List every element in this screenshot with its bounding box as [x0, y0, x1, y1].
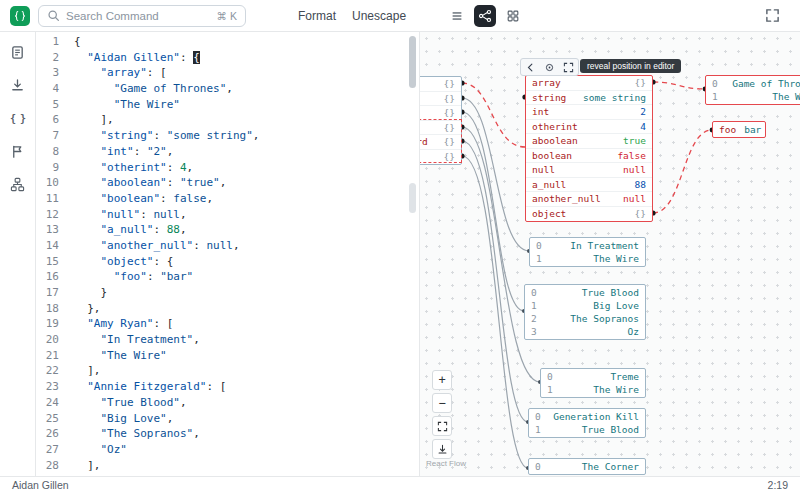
code-line[interactable]: "Big Love",	[74, 411, 419, 427]
code-line[interactable]: "In Treatment",	[74, 332, 419, 348]
search-icon	[47, 9, 60, 22]
node-row[interactable]: abooleantrue	[526, 134, 652, 149]
code-line[interactable]: "aboolean": "true",	[74, 175, 419, 191]
code-line[interactable]: "True Blood",	[74, 395, 419, 411]
code-line[interactable]: "The Wire"	[74, 97, 419, 113]
format-button[interactable]: Format	[294, 5, 340, 27]
node-row[interactable]: Amy Ryan{}	[420, 92, 461, 107]
download-icon	[10, 78, 25, 93]
app-logo-icon[interactable]	[10, 6, 30, 26]
fit-view-icon	[437, 421, 448, 432]
search-input[interactable]: Search Command ⌘ K	[38, 5, 246, 27]
download-json-button[interactable]	[6, 73, 30, 97]
code-line[interactable]: "string": "some string",	[74, 128, 419, 144]
node-row[interactable]: Alexander Skarsgard{}	[420, 135, 461, 150]
node-item-row[interactable]: 1Big Love	[525, 299, 645, 312]
code-line[interactable]: ],	[74, 363, 419, 379]
grid-view-button[interactable]	[502, 5, 524, 27]
node-row[interactable]: booleanfalse	[526, 149, 652, 164]
code-line[interactable]: "Aidan Gillen": {	[74, 50, 419, 66]
graph-view-button[interactable]	[474, 5, 496, 27]
node-item-row[interactable]: 2The Sopranos	[525, 312, 645, 325]
list-view-icon	[450, 9, 464, 23]
node-item-row[interactable]: 1True Blood	[529, 423, 645, 436]
fit-view-button[interactable]	[432, 416, 452, 436]
graph-node-root[interactable]: Aidan Gillen{}Amy Ryan{}Annie Fitzgerald…	[420, 76, 462, 165]
code-line[interactable]: "Game of Thrones",	[74, 81, 419, 97]
node-row[interactable]: Anwan Glover{}	[420, 121, 461, 136]
code-line[interactable]: "array": [	[74, 65, 419, 81]
node-item-row[interactable]: 3Oz	[525, 325, 645, 338]
back-icon[interactable]	[522, 60, 539, 74]
code-line[interactable]: "otherint": 4,	[74, 160, 419, 176]
file-panel-button[interactable]	[6, 40, 30, 64]
reactflow-attribution[interactable]: React Flow	[426, 459, 466, 468]
code-line[interactable]: "Annie Fitzgerald": [	[74, 379, 419, 395]
node-row[interactable]: Clarke Peters{}	[420, 150, 461, 165]
line-number: 11	[36, 191, 59, 207]
rules-button[interactable]	[6, 139, 30, 163]
code-line[interactable]: ],	[74, 458, 419, 474]
line-number: 1	[36, 34, 59, 50]
line-number: 26	[36, 426, 59, 442]
graph-node-annie-fitzgerald[interactable]: 0True Blood1Big Love2The Sopranos3Oz	[524, 284, 646, 340]
fullscreen-button[interactable]	[760, 4, 784, 28]
node-row[interactable]: another_nullnull	[526, 192, 652, 207]
code-line[interactable]: "a_null": 88,	[74, 222, 419, 238]
node-row[interactable]: foobar	[713, 122, 765, 137]
focus-node-icon[interactable]	[541, 60, 558, 74]
code-line[interactable]: "another_null": null,	[74, 238, 419, 254]
node-row[interactable]: Annie Fitzgerald{}	[420, 106, 461, 121]
node-row[interactable]: otherint4	[526, 120, 652, 135]
code-line[interactable]: "int": "2",	[74, 144, 419, 160]
graph-node-clarke-peters[interactable]: 0The Corner	[528, 458, 646, 475]
code-line[interactable]: {	[74, 34, 419, 50]
json-mode-button[interactable]: { }	[6, 106, 30, 130]
node-row[interactable]: a_null88	[526, 178, 652, 193]
code-line[interactable]: "The Sopranos",	[74, 426, 419, 442]
node-item-row[interactable]: 1The Wire	[541, 383, 645, 396]
json-editor[interactable]: 1234567891011121314151617181920212223242…	[36, 32, 420, 476]
graph-node-array[interactable]: 0Game of Thrones1The Wire	[705, 75, 800, 105]
node-row[interactable]: nullnull	[526, 163, 652, 178]
tree-view-button[interactable]	[446, 5, 468, 27]
node-item-row[interactable]: 1The Wire	[530, 252, 645, 265]
node-row[interactable]: Aidan Gillen{}	[420, 77, 461, 92]
code-line[interactable]: },	[74, 301, 419, 317]
line-number: 27	[36, 442, 59, 458]
graph-node-anwan-glover[interactable]: 0Treme1The Wire	[540, 368, 646, 398]
node-item-row[interactable]: 0True Blood	[525, 286, 645, 299]
zoom-out-button[interactable]: −	[432, 393, 452, 413]
code-line[interactable]: "foo": "bar"	[74, 269, 419, 285]
graph-node-amy-ryan[interactable]: 0In Treatment1The Wire	[529, 237, 646, 267]
node-row[interactable]: int2	[526, 105, 652, 120]
code-line[interactable]: "object": {	[74, 254, 419, 270]
code-line[interactable]: }	[74, 285, 419, 301]
code-line[interactable]: "null": null,	[74, 207, 419, 223]
code-line[interactable]: ],	[74, 112, 419, 128]
node-item-row[interactable]: 0The Corner	[529, 460, 645, 473]
node-item-row[interactable]: 1The Wire	[706, 90, 800, 103]
share-button[interactable]	[6, 172, 30, 196]
graph-node-foo[interactable]: foobar	[712, 121, 766, 138]
code-line[interactable]: "Amy Ryan": [	[74, 316, 419, 332]
node-item-row[interactable]: 0In Treatment	[530, 239, 645, 252]
download-image-button[interactable]	[432, 439, 452, 459]
unescape-button[interactable]: Unescape	[348, 5, 410, 27]
node-row[interactable]: stringsome string	[526, 91, 652, 106]
graph-node-alexander[interactable]: 0Generation Kill1True Blood	[528, 408, 646, 438]
editor-code[interactable]: { "Aidan Gillen": { "array": [ "Game of …	[68, 34, 419, 476]
node-item-row[interactable]: 0Treme	[541, 370, 645, 383]
node-row[interactable]: object{}	[526, 207, 652, 222]
graph-canvas[interactable]: Aidan Gillen{}Amy Ryan{}Annie Fitzgerald…	[420, 32, 800, 476]
zoom-in-button[interactable]: +	[432, 370, 452, 390]
code-line[interactable]: "Oz"	[74, 442, 419, 458]
graph-node-aidan-gillen[interactable]: array{}stringsome stringint2otherint4abo…	[525, 75, 653, 222]
code-line[interactable]: "boolean": false,	[74, 191, 419, 207]
editor-scrollbar[interactable]	[409, 36, 416, 88]
node-item-row[interactable]: 0Game of Thrones	[706, 77, 800, 90]
node-row[interactable]: array{}	[526, 76, 652, 91]
code-line[interactable]: "The Wire"	[74, 348, 419, 364]
expand-node-icon[interactable]	[560, 60, 577, 74]
node-item-row[interactable]: 0Generation Kill	[529, 410, 645, 423]
